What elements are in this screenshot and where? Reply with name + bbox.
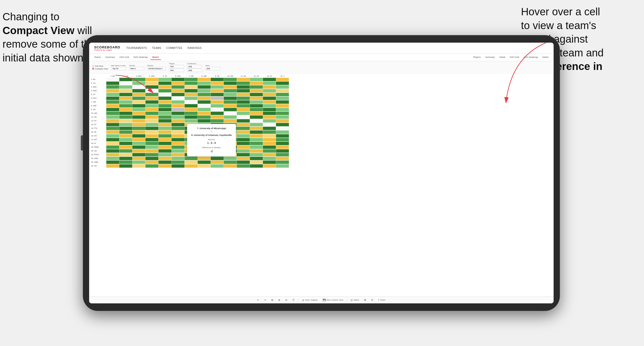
matrix-cell[interactable] — [211, 93, 224, 96]
matrix-cell[interactable] — [237, 160, 250, 164]
matrix-cell[interactable] — [132, 115, 145, 119]
matrix-cell[interactable] — [237, 97, 250, 100]
nav-rankings[interactable]: RANKINGS — [188, 47, 202, 49]
nav-committee[interactable]: COMMITTEE — [166, 47, 183, 49]
matrix-cell[interactable] — [237, 115, 250, 119]
matrix-cell[interactable] — [145, 160, 158, 164]
matrix-cell[interactable] — [158, 108, 171, 111]
matrix-cell[interactable] — [250, 89, 263, 93]
matrix-cell[interactable] — [185, 100, 198, 104]
matrix-cell[interactable] — [132, 160, 145, 164]
matrix-cell[interactable] — [119, 149, 132, 153]
matrix-cell[interactable] — [185, 112, 198, 115]
matrix-cell[interactable] — [171, 145, 185, 149]
matrix-cell[interactable] — [263, 115, 276, 119]
matrix-cell[interactable] — [263, 89, 276, 93]
matrix-cell[interactable] — [145, 112, 158, 115]
matrix-cell[interactable] — [132, 123, 145, 126]
matrix-cell[interactable] — [119, 100, 132, 104]
matrix-cell[interactable] — [119, 160, 132, 164]
matrix-cell[interactable] — [276, 104, 289, 108]
matrix-cell[interactable] — [106, 119, 119, 123]
redo-button[interactable]: ↪ — [263, 298, 268, 302]
matrix-cell[interactable] — [250, 134, 263, 138]
matrix-cell[interactable] — [211, 115, 224, 119]
matrix-cell[interactable] — [145, 127, 158, 130]
matrix-cell[interactable] — [185, 108, 198, 111]
matrix-cell[interactable] — [132, 142, 145, 145]
matrix-cell[interactable] — [132, 138, 145, 141]
matrix-cell[interactable] — [237, 134, 250, 138]
matrix-cell[interactable] — [145, 104, 158, 108]
matrix-cell[interactable] — [185, 160, 198, 164]
matrix-cell[interactable] — [145, 123, 158, 126]
zoom-reset-button[interactable]: ⊖ — [284, 298, 289, 302]
matrix-cell[interactable] — [224, 89, 237, 93]
matrix-cell[interactable] — [185, 93, 198, 96]
matrix-cell[interactable] — [158, 138, 171, 141]
save-custom-button[interactable]: 💾 Save Custom View — [321, 298, 345, 302]
matrix-cell[interactable] — [171, 119, 185, 123]
matrix-cell[interactable] — [250, 104, 263, 108]
conference-select-2[interactable]: (All) — [187, 69, 202, 72]
division-select[interactable]: NCAA Division I — [147, 67, 166, 70]
matrix-cell[interactable] — [250, 97, 263, 100]
matrix-cell[interactable] — [224, 78, 237, 81]
gender-select[interactable]: Men's — [129, 67, 144, 70]
matrix-cell[interactable] — [119, 145, 132, 149]
matrix-cell[interactable] — [145, 115, 158, 119]
matrix-cell[interactable] — [224, 81, 237, 85]
matrix-cell[interactable] — [119, 104, 132, 108]
matrix-cell[interactable] — [276, 134, 289, 138]
matrix-cell[interactable] — [263, 78, 276, 81]
matrix-cell[interactable] — [119, 153, 132, 156]
matrix-cell[interactable] — [185, 81, 198, 85]
matrix-cell[interactable] — [250, 85, 263, 89]
matrix-cell[interactable] — [171, 138, 185, 141]
matrix-cell[interactable] — [106, 130, 119, 134]
matrix-cell[interactable] — [158, 115, 171, 119]
matrix-cell[interactable] — [171, 89, 185, 93]
matrix-cell[interactable] — [158, 93, 171, 96]
matrix-cell[interactable] — [198, 119, 211, 123]
full-view-option[interactable]: Full View — [92, 65, 108, 67]
view-original-button[interactable]: ◎ View: Original — [301, 298, 319, 302]
matrix-cell[interactable] — [198, 108, 211, 111]
matrix-cell[interactable] — [158, 130, 171, 134]
matrix-cell[interactable] — [171, 93, 185, 96]
matrix-cell[interactable] — [132, 134, 145, 138]
matrix-cell[interactable] — [224, 115, 237, 119]
matrix-cell[interactable] — [276, 127, 289, 130]
matrix-cell[interactable] — [276, 142, 289, 145]
matrix-cell[interactable] — [224, 164, 237, 168]
matrix-cell[interactable] — [145, 145, 158, 149]
matrix-cell[interactable] — [158, 123, 171, 126]
matrix-cell[interactable] — [158, 81, 171, 85]
matrix-cell[interactable] — [237, 112, 250, 115]
matrix-cell[interactable] — [198, 97, 211, 100]
matrix-cell[interactable] — [106, 108, 119, 111]
matrix-cell[interactable] — [211, 119, 224, 123]
matrix-cell[interactable] — [211, 100, 224, 104]
matrix-cell[interactable] — [263, 119, 276, 123]
share-button[interactable]: ⤴ Share — [377, 298, 387, 302]
matrix-cell[interactable] — [211, 85, 224, 89]
grid-button[interactable]: ⊡ — [370, 298, 375, 302]
nav-teams[interactable]: TEAMS — [152, 47, 161, 49]
matrix-cell[interactable] — [276, 123, 289, 126]
matrix-cell[interactable] — [106, 145, 119, 149]
matrix-cell[interactable] — [224, 112, 237, 115]
matrix-cell[interactable] — [263, 93, 276, 96]
matrix-cell[interactable] — [185, 119, 198, 123]
matrix-cell[interactable] — [263, 130, 276, 134]
matrix-cell[interactable] — [171, 130, 185, 134]
conference-select-1[interactable]: (All) — [187, 65, 202, 68]
matrix-cell[interactable] — [132, 145, 145, 149]
matrix-cell[interactable] — [171, 78, 185, 81]
matrix-cell[interactable] — [250, 81, 263, 85]
matrix-cell[interactable] — [198, 78, 211, 81]
tab-h2h-heatmap-left[interactable]: H2H Heatmap — [132, 55, 150, 60]
matrix-cell[interactable] — [198, 112, 211, 115]
matrix-cell[interactable] — [106, 149, 119, 153]
matrix-cell[interactable] — [224, 108, 237, 111]
